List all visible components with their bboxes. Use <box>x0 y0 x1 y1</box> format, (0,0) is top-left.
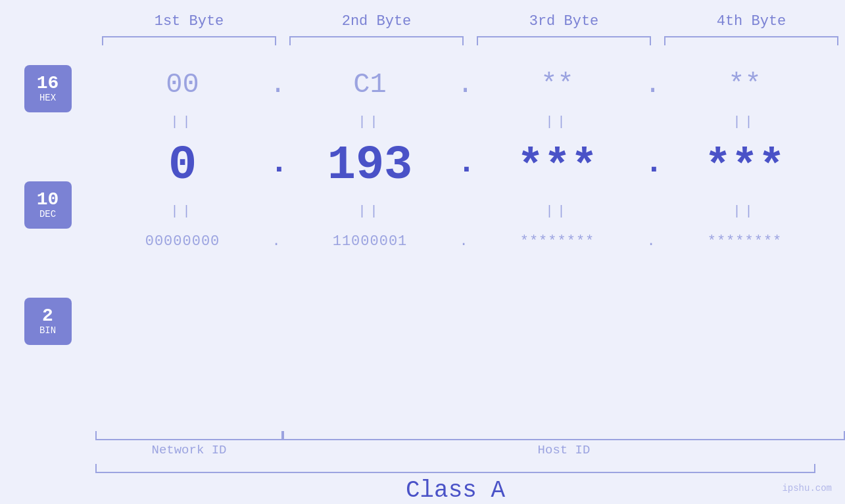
bin-badge: 2 BIN <box>24 298 72 345</box>
watermark: ipshu.com <box>782 483 832 493</box>
eq2-b3: || <box>470 204 644 219</box>
top-brackets <box>95 36 845 45</box>
eq2-b1: || <box>95 204 270 219</box>
hex-b2: C1 <box>283 69 457 101</box>
eq1-b1: || <box>95 114 270 129</box>
bracket-byte2 <box>289 36 464 45</box>
host-bracket <box>283 431 845 440</box>
bracket-byte4 <box>664 36 838 45</box>
dec-dot2: . <box>457 145 470 193</box>
dec-dot3: . <box>644 145 658 193</box>
bin-b2: 11000001 <box>283 233 457 250</box>
byte-headers: 1st Byte 2nd Byte 3rd Byte 4th Byte <box>95 0 845 36</box>
bracket-byte1 <box>102 36 276 45</box>
dec-badge: 10 DEC <box>24 181 72 229</box>
dec-dot1: . <box>270 145 283 193</box>
bottom-brackets <box>95 431 845 440</box>
main-container: 1st Byte 2nd Byte 3rd Byte 4th Byte 16 H… <box>0 0 845 504</box>
byte4-header: 4th Byte <box>658 13 845 30</box>
byte1-header: 1st Byte <box>95 13 283 30</box>
hex-row: 00 . C1 . ** . ** <box>95 58 845 111</box>
dec-b3: *** <box>470 142 644 193</box>
class-bracket <box>95 464 815 473</box>
eq2-b4: || <box>658 204 832 219</box>
network-bracket <box>95 431 283 440</box>
eq1-b3: || <box>470 114 644 129</box>
class-label: Class A <box>95 477 815 504</box>
id-labels-row: Network ID Host ID <box>95 443 845 457</box>
ip-display: 00 . C1 . ** . ** <box>95 52 845 430</box>
dec-b2: 193 <box>283 139 457 193</box>
dec-b1: 0 <box>95 139 270 193</box>
eq1-b2: || <box>283 114 457 129</box>
bin-b3: ******** <box>470 233 644 250</box>
hex-dot1: . <box>270 69 283 101</box>
class-section: Class A <box>95 464 845 504</box>
equals-row-2: || || || || <box>95 200 845 221</box>
dec-row: 0 . 193 . *** . *** <box>95 132 845 198</box>
hex-b4: ** <box>658 69 832 101</box>
hex-dot2: . <box>457 69 470 101</box>
hex-b1: 00 <box>95 69 270 101</box>
hex-badge: 16 HEX <box>24 65 72 112</box>
bin-b4: ******** <box>658 233 832 250</box>
byte3-header: 3rd Byte <box>470 13 658 30</box>
host-id-label: Host ID <box>283 443 845 457</box>
hex-b3: ** <box>470 69 644 101</box>
network-id-label: Network ID <box>95 443 283 457</box>
eq2-b2: || <box>283 204 457 219</box>
bin-b1: 00000000 <box>95 233 270 250</box>
bin-dot3: . <box>644 233 658 250</box>
byte2-header: 2nd Byte <box>283 13 470 30</box>
bin-dot2: . <box>457 233 470 250</box>
bracket-byte3 <box>477 36 651 45</box>
dec-b4: *** <box>658 142 832 193</box>
hex-dot3: . <box>644 69 658 101</box>
main-content: 16 HEX 10 DEC 2 BIN 00 . <box>0 52 845 430</box>
bin-row: 00000000 . 11000001 . ******** . <box>95 221 845 261</box>
eq1-b4: || <box>658 114 832 129</box>
equals-row-1: || || || || <box>95 111 845 132</box>
bin-dot1: . <box>270 233 283 250</box>
badges-column: 16 HEX 10 DEC 2 BIN <box>0 52 95 430</box>
